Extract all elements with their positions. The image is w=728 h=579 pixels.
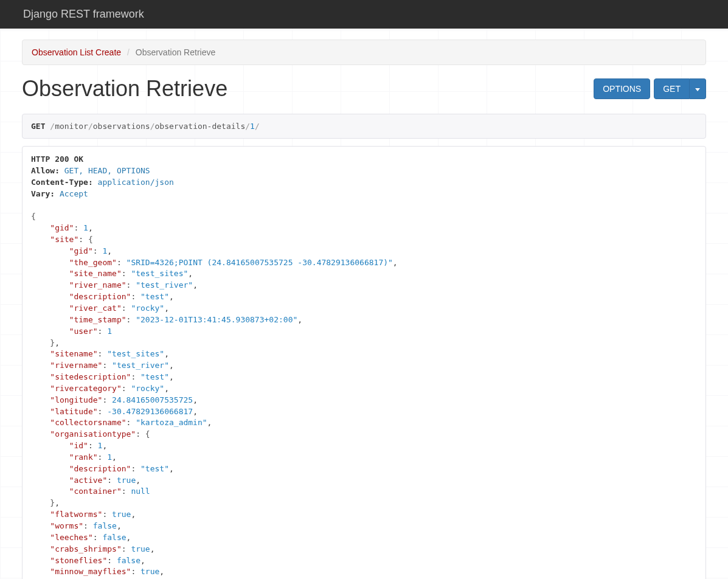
navbar: Django REST framework	[0, 0, 728, 29]
options-button[interactable]: OPTIONS	[594, 78, 650, 99]
breadcrumb: Observation List Create / Observation Re…	[22, 40, 706, 65]
breadcrumb-separator: /	[127, 47, 130, 57]
get-button[interactable]: GET	[654, 78, 690, 99]
request-method: GET	[31, 122, 45, 131]
request-line: GET /monitor/observations/observation-de…	[22, 114, 706, 139]
response-block: HTTP 200 OK Allow: GET, HEAD, OPTIONS Co…	[22, 146, 706, 579]
breadcrumb-parent[interactable]: Observation List Create	[32, 47, 121, 57]
page-title: Observation Retrieve	[22, 76, 227, 102]
breadcrumb-current: Observation Retrieve	[136, 47, 216, 57]
navbar-brand[interactable]: Django REST framework	[23, 8, 144, 20]
response-body: { "gid": 1, "site": { "gid": 1, "the_geo…	[31, 212, 398, 579]
status-line: HTTP 200 OK	[31, 154, 83, 164]
get-dropdown-toggle[interactable]	[690, 78, 706, 99]
response-headers: Allow: GET, HEAD, OPTIONS Content-Type: …	[31, 166, 174, 198]
chevron-down-icon	[695, 88, 700, 91]
action-buttons: OPTIONS GET	[594, 78, 706, 99]
request-path: /monitor/observations/observation-detail…	[50, 122, 259, 131]
